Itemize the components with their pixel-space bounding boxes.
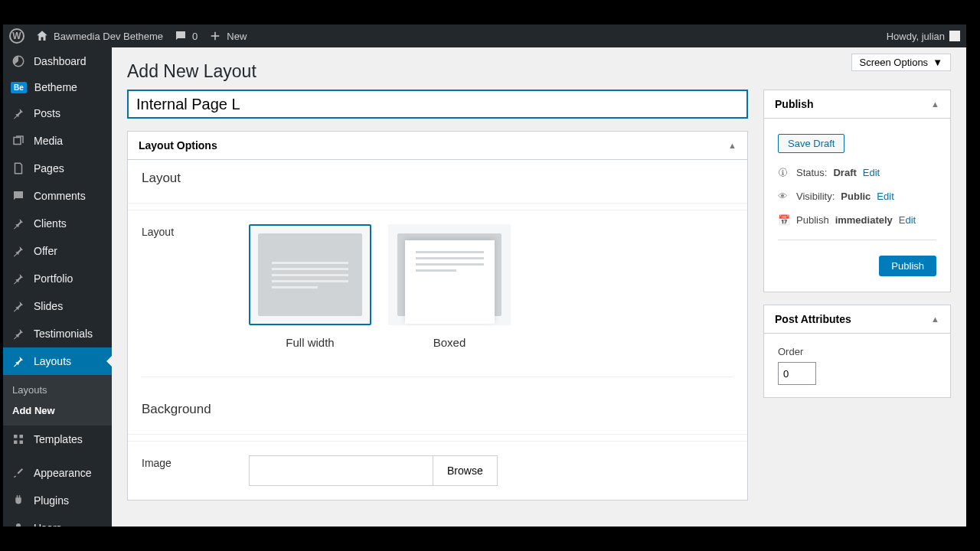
pin-icon [11, 271, 26, 286]
sidebar-item-betheme[interactable]: BeBetheme [3, 75, 112, 99]
chevron-up-icon[interactable]: ▲ [728, 141, 737, 150]
sidebar-item-comments[interactable]: Comments [3, 182, 112, 210]
chevron-up-icon[interactable]: ▲ [931, 99, 939, 109]
sidebar-item-users[interactable]: Users [3, 514, 112, 527]
admin-bar: W Bawmedia Dev Betheme 0 New Howdy, juli… [3, 24, 966, 47]
brush-icon [11, 465, 26, 481]
site-name-text: Bawmedia Dev Betheme [54, 31, 163, 42]
boxed-thumb [388, 224, 511, 325]
sidebar-item-slides[interactable]: Slides [3, 292, 112, 320]
sidebar-submenu-layouts: Layouts Add New [3, 375, 112, 425]
sidebar-item-posts[interactable]: Posts [3, 99, 112, 127]
background-image-input[interactable] [249, 455, 433, 486]
chevron-up-icon[interactable]: ▲ [931, 315, 939, 324]
betheme-icon: Be [11, 82, 27, 93]
screen-options-label: Screen Options [860, 57, 929, 68]
publish-header[interactable]: Publish ▲ [764, 90, 950, 119]
sidebar-item-media[interactable]: Media [3, 127, 112, 155]
page-icon [11, 161, 26, 176]
section-background-title: Background [128, 391, 747, 428]
order-label: Order [778, 346, 936, 357]
sidebar-item-label: Dashboard [34, 55, 87, 67]
pin-icon [11, 298, 26, 314]
home-icon [35, 29, 49, 43]
site-name-link[interactable]: Bawmedia Dev Betheme [35, 29, 163, 43]
sidebar-item-label: Portfolio [34, 272, 73, 285]
sidebar-item-label: Offer [34, 245, 57, 257]
pin-icon [11, 243, 26, 259]
calendar-icon: 📅 [778, 214, 790, 226]
layout-options-panel: Layout Options ▲ Layout Layout Ful [127, 131, 748, 500]
publish-label-text: Publish [796, 214, 829, 226]
plus-icon [208, 29, 222, 43]
layout-option-full-width[interactable]: Full width [249, 224, 371, 349]
sidebar-item-appearance[interactable]: Appearance [3, 459, 112, 487]
post-attributes-header[interactable]: Post Attributes ▲ [764, 305, 950, 334]
image-row-label: Image [142, 455, 249, 486]
divider [142, 377, 733, 377]
sidebar-item-label: Plugins [34, 494, 69, 507]
sidebar-item-dashboard[interactable]: Dashboard [3, 47, 112, 75]
edit-visibility-link[interactable]: Edit [877, 191, 893, 202]
edit-status-link[interactable]: Edit [863, 167, 880, 178]
status-label: Status: [796, 167, 827, 178]
user-menu[interactable]: Howdy, julian [887, 31, 960, 42]
pin-icon [11, 326, 26, 341]
sidebar-item-label: Comments [34, 190, 86, 202]
browse-button[interactable]: Browse [433, 455, 498, 486]
screen-options-toggle[interactable]: Screen Options ▼ [851, 54, 951, 71]
sidebar-item-label: Users [34, 522, 62, 527]
pin-icon [11, 216, 26, 231]
pin-icon [11, 354, 26, 369]
visibility-label: Visibility: [796, 191, 835, 202]
submenu-item-layouts[interactable]: Layouts [3, 380, 112, 400]
layout-options-title: Layout Options [139, 139, 217, 152]
sidebar-item-templates[interactable]: Templates [3, 425, 112, 453]
wp-logo-menu[interactable]: W [9, 28, 24, 44]
dashboard-icon [11, 54, 26, 69]
edit-schedule-link[interactable]: Edit [899, 214, 916, 226]
sidebar-item-label: Clients [34, 217, 67, 230]
sidebar-item-clients[interactable]: Clients [3, 210, 112, 237]
save-draft-button[interactable]: Save Draft [778, 134, 844, 153]
svg-rect-4 [20, 441, 24, 445]
svg-rect-1 [14, 435, 18, 439]
layout-option-boxed[interactable]: Boxed [388, 224, 511, 349]
layout-row-label: Layout [142, 224, 249, 349]
sidebar-item-label: Appearance [34, 467, 92, 479]
sidebar-item-testimonials[interactable]: Testimonials [3, 320, 112, 347]
full-width-thumb [249, 224, 371, 325]
layout-title-input[interactable] [127, 90, 748, 119]
sidebar-item-pages[interactable]: Pages [3, 155, 112, 182]
media-icon [11, 133, 26, 148]
plug-icon [11, 493, 26, 508]
publish-title: Publish [775, 98, 814, 110]
publish-panel: Publish ▲ Save Draft 🛈 Status: Draft Edi… [763, 90, 951, 292]
section-layout-title: Layout [128, 160, 747, 197]
sidebar-item-label: Layouts [34, 355, 71, 367]
new-content-link[interactable]: New [208, 29, 247, 43]
publish-button[interactable]: Publish [879, 256, 936, 276]
order-input[interactable] [778, 362, 816, 385]
user-icon [11, 520, 26, 527]
svg-rect-3 [14, 441, 18, 445]
status-value: Draft [833, 167, 856, 178]
comments-icon [11, 188, 26, 204]
sidebar-item-portfolio[interactable]: Portfolio [3, 265, 112, 292]
sidebar-item-offer[interactable]: Offer [3, 237, 112, 265]
divider [128, 203, 747, 204]
grid-icon [11, 432, 26, 447]
submenu-item-add-new[interactable]: Add New [3, 400, 112, 421]
post-attributes-title: Post Attributes [775, 313, 851, 325]
sidebar-item-label: Slides [34, 300, 63, 312]
sidebar-item-label: Media [34, 135, 63, 147]
visibility-value: Public [841, 191, 871, 202]
layout-options-header[interactable]: Layout Options ▲ [128, 132, 747, 160]
chevron-down-icon: ▼ [933, 57, 942, 68]
page-title: Add New Layout [127, 47, 951, 90]
eye-icon: 👁 [778, 191, 790, 202]
comments-link[interactable]: 0 [174, 29, 198, 43]
sidebar-item-plugins[interactable]: Plugins [3, 487, 112, 514]
sidebar-item-layouts[interactable]: Layouts [3, 347, 112, 375]
svg-rect-2 [20, 435, 24, 439]
